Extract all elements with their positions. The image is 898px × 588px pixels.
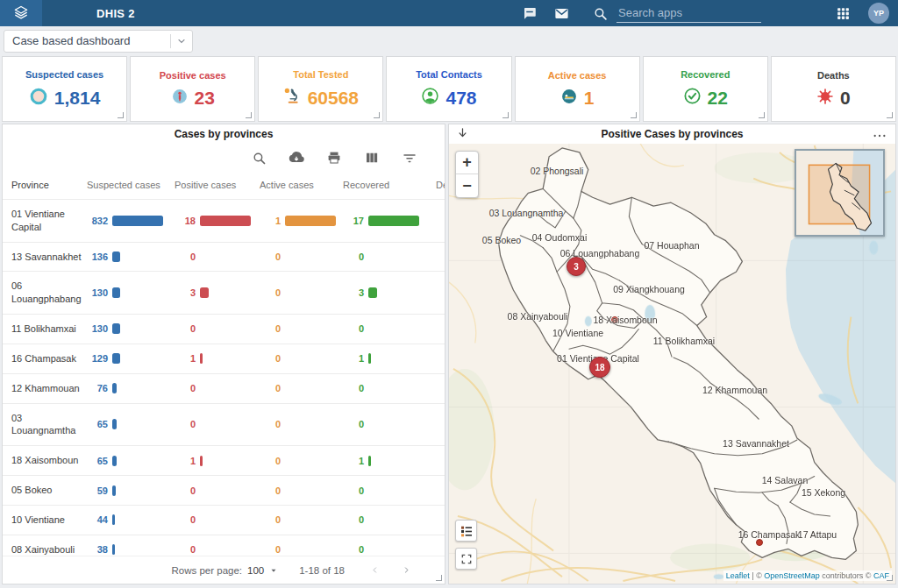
table-row: 05 Bokeo590000 <box>3 476 445 506</box>
cloud-download-icon[interactable] <box>288 149 305 166</box>
pagination-range: 1-18 of 18 <box>299 565 345 576</box>
cell-bar <box>285 216 336 226</box>
card-value: 60568 <box>308 88 359 109</box>
card-value: 1,814 <box>54 88 101 109</box>
cell-bar <box>200 456 203 466</box>
cell-bar <box>368 353 371 364</box>
cell-value: 0 <box>436 323 445 334</box>
cell-value: 0 <box>260 251 281 262</box>
suspected-cell: 59 <box>87 485 175 496</box>
leaflet-map[interactable]: + − <box>449 144 895 584</box>
card-resize-handle[interactable] <box>118 112 124 118</box>
positive-cell: 18 <box>175 216 260 226</box>
positive-cell: 0 <box>175 323 260 334</box>
positive-cell: 0 <box>175 514 260 525</box>
card-resize-handle[interactable] <box>374 112 380 118</box>
map-case-dot[interactable] <box>756 539 763 546</box>
province-cell: 06 Louangphabang <box>11 272 87 314</box>
search-icon[interactable] <box>250 149 267 166</box>
cell-value: 1 <box>175 456 196 466</box>
print-icon[interactable] <box>325 149 343 166</box>
panel-resize-handle[interactable] <box>887 575 893 581</box>
deaths-cell: 0 <box>422 456 445 466</box>
next-page-button[interactable] <box>397 562 415 579</box>
card-resize-handle[interactable] <box>631 112 637 118</box>
cell-value: 0 <box>260 514 281 525</box>
fullscreen-button[interactable] <box>455 548 477 570</box>
cell-value: 0 <box>175 383 196 393</box>
dhis2-logo[interactable] <box>0 0 42 26</box>
recovered-cell: 0 <box>343 419 422 429</box>
panel-resize-handle[interactable] <box>436 575 442 581</box>
cell-value: 0 <box>260 456 281 466</box>
deaths-cell: 0 <box>422 419 445 429</box>
map-title: Positive Cases by provinces <box>601 128 743 140</box>
bed-circle-icon <box>560 88 578 109</box>
columns-icon[interactable] <box>363 149 381 166</box>
card-title: Deaths <box>817 70 850 81</box>
cell-value: 1 <box>343 456 364 466</box>
more-options-icon[interactable] <box>873 127 887 143</box>
dashboard-selector[interactable]: Case based dashboard <box>4 30 193 53</box>
suspected-cell: 65 <box>87 456 175 466</box>
table-pagination: Rows per page: 100 1-18 of 18 <box>3 556 445 584</box>
map-cluster-marker[interactable]: 3 <box>567 257 586 276</box>
card-resize-handle[interactable] <box>502 112 509 118</box>
cell-value: 0 <box>436 419 445 429</box>
card-suspected-cases: Suspected cases 1,814 <box>2 56 127 122</box>
column-header-province[interactable]: Province <box>11 172 87 199</box>
recovered-cell: 1 <box>343 456 422 466</box>
filter-icon[interactable] <box>401 149 418 166</box>
chevron-down-icon[interactable] <box>171 36 192 46</box>
column-header-deaths[interactable]: Deaths <box>422 173 445 197</box>
summary-cards-row: Suspected cases 1,814 Positive cases 23 … <box>0 55 898 124</box>
card-resize-handle[interactable] <box>887 112 893 118</box>
cell-bar <box>112 456 117 466</box>
column-header-active[interactable]: Active cases <box>260 173 343 197</box>
card-title: Active cases <box>548 70 607 81</box>
positive-cell: 1 <box>175 353 260 364</box>
suspected-cell: 130 <box>87 287 175 298</box>
prev-page-button[interactable] <box>366 562 383 579</box>
osm-link[interactable]: OpenStreetMap <box>764 571 820 580</box>
active-cell: 0 <box>260 287 343 298</box>
cell-value: 130 <box>87 323 108 334</box>
cases-table-panel: Cases by provinces ProvinceSuspected cas… <box>2 124 445 584</box>
card-active-cases: Active cases 1 <box>515 56 640 122</box>
cases-table[interactable]: ProvinceSuspected casesPositive casesAct… <box>3 172 445 556</box>
mail-icon[interactable] <box>550 4 573 23</box>
deaths-cell: 0 <box>422 323 445 334</box>
cell-value: 0 <box>436 251 445 262</box>
table-row: 11 Bolikhamxai1300000 <box>3 315 445 344</box>
leaflet-link[interactable]: Leaflet <box>726 571 750 580</box>
zoom-in-button[interactable]: + <box>456 152 478 174</box>
zoom-out-button[interactable]: − <box>456 174 478 197</box>
map-case-dot[interactable] <box>611 316 618 323</box>
download-arrow-icon[interactable] <box>456 127 469 144</box>
card-value: 22 <box>708 88 728 109</box>
column-header-positive[interactable]: Positive cases <box>175 173 260 197</box>
recovered-cell: 0 <box>343 251 422 262</box>
province-cell: 10 Vientiane <box>11 506 87 535</box>
card-resize-handle[interactable] <box>246 112 252 118</box>
table-row: 01 Vientiane Capital832181170 <box>3 200 445 243</box>
apps-grid-icon[interactable] <box>831 4 854 23</box>
legend-button[interactable] <box>455 520 477 542</box>
cell-value: 0 <box>175 323 196 334</box>
avatar[interactable]: YP <box>868 3 889 24</box>
messages-icon[interactable] <box>518 4 541 23</box>
overview-minimap[interactable] <box>795 149 885 237</box>
dashboard-bar: Case based dashboard <box>0 26 898 55</box>
card-resize-handle[interactable] <box>759 112 765 118</box>
map-cluster-marker[interactable]: 18 <box>589 357 610 378</box>
rows-per-page-select[interactable]: Rows per page: 100 <box>171 565 278 576</box>
column-header-suspected[interactable]: Suspected cases <box>87 173 175 197</box>
cell-value: 1 <box>260 216 281 226</box>
check-circle-icon <box>683 87 702 109</box>
column-header-recovered[interactable]: Recovered <box>343 173 422 197</box>
search-apps-input[interactable] <box>616 4 761 23</box>
province-cell: 12 Khammouan <box>11 374 87 403</box>
cell-value: 1 <box>343 353 364 364</box>
cell-bar <box>200 287 209 298</box>
positive-cell: 0 <box>175 383 260 393</box>
